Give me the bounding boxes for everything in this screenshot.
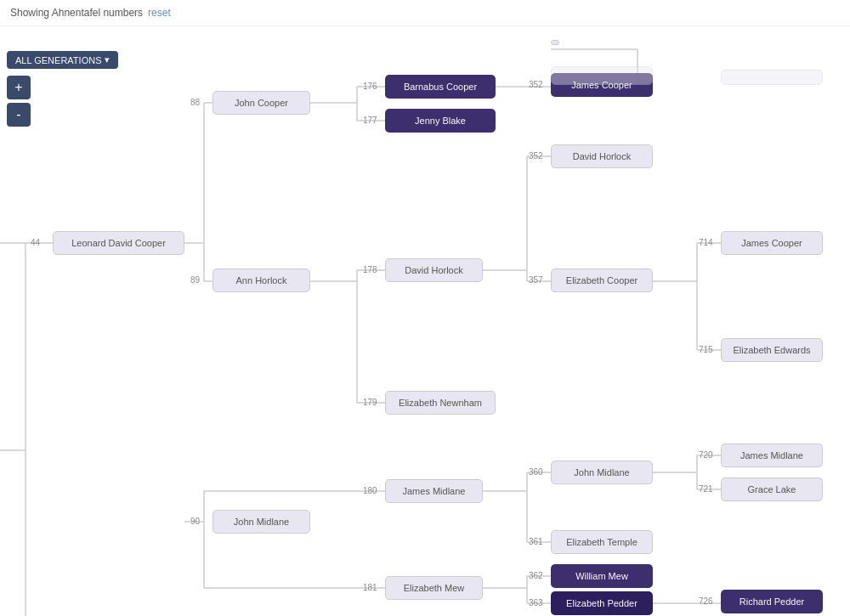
showing-text: Showing Ahnentafel numbers [10, 7, 143, 19]
number-david_horlock_r: 352 [529, 151, 543, 161]
number-james_midlane_720: 720 [699, 450, 713, 460]
reset-link[interactable]: reset [148, 7, 171, 19]
number-james_cooper_top: 352 [529, 80, 543, 89]
number-john_cooper: 88 [190, 98, 200, 107]
person-box-james_midlane[interactable]: James Midlane [385, 479, 483, 503]
person-box-leonard[interactable]: Leonard David Cooper [53, 231, 184, 255]
cutoff-box-0 [551, 66, 653, 85]
person-box-ann_horlock[interactable]: Ann Horlock [212, 268, 310, 292]
person-box-elizabeth_cooper[interactable]: Elizabeth Cooper [551, 268, 653, 292]
person-box-william_mew[interactable]: William Mew [551, 564, 653, 588]
person-box-elizabeth_edwards[interactable]: Elizabeth Edwards [721, 338, 823, 362]
top-bar: Showing Ahnentafel numbers reset [0, 0, 850, 26]
person-box-david_horlock_r[interactable]: David Horlock [551, 144, 653, 168]
person-box-elizabeth_newnham[interactable]: Elizabeth Newnham [385, 391, 496, 415]
number-john_midlane: 90 [190, 517, 200, 526]
person-box-barnabus[interactable]: Barnabus Cooper [385, 75, 496, 99]
number-john_midlane_360: 360 [529, 467, 543, 477]
person-box-grace_lake[interactable]: Grace Lake [721, 478, 823, 501]
person-box-jenny_blake[interactable]: Jenny Blake [385, 109, 496, 133]
number-elizabeth_cooper: 357 [529, 275, 543, 285]
number-david_horlock: 178 [363, 265, 377, 274]
number-ann_horlock: 89 [190, 275, 200, 285]
person-box-john_midlane_360[interactable]: John Midlane [551, 461, 653, 484]
number-james_midlane: 180 [363, 486, 377, 495]
person-box-john_midlane[interactable]: John Midlane [212, 510, 310, 534]
person-box-top1[interactable] [551, 40, 559, 45]
number-elizabeth_edwards: 715 [699, 345, 713, 354]
person-box-elizabeth_mew[interactable]: Elizabeth Mew [385, 576, 483, 600]
person-box-james_cooper_714[interactable]: James Cooper [721, 231, 823, 255]
person-box-richard_pedder[interactable]: Richard Pedder [721, 590, 823, 613]
number-elizabeth_newnham: 179 [363, 398, 377, 407]
number-elizabeth_mew: 181 [363, 583, 377, 592]
cutoff-box-1 [721, 70, 823, 85]
number-richard_pedder: 726 [699, 596, 713, 606]
person-box-james_midlane_720[interactable]: James Midlane [721, 444, 823, 467]
number-leonard: 44 [31, 238, 40, 247]
person-box-elizabeth_temple[interactable]: Elizabeth Temple [551, 530, 653, 554]
number-elizabeth_temple: 361 [529, 537, 543, 546]
number-james_cooper_714: 714 [699, 238, 713, 247]
number-jenny_blake: 177 [363, 116, 377, 125]
number-elizabeth_pedder: 363 [529, 598, 543, 608]
number-barnabus: 176 [363, 82, 377, 91]
person-box-david_horlock[interactable]: David Horlock [385, 258, 483, 282]
tree-area: 44Leonard David Cooper88John Cooper176Ba… [0, 34, 850, 616]
number-grace_lake: 721 [699, 484, 713, 494]
number-william_mew: 362 [529, 571, 543, 580]
person-box-john_cooper[interactable]: John Cooper [212, 91, 310, 115]
person-box-elizabeth_pedder[interactable]: Elizabeth Pedder [551, 591, 653, 615]
